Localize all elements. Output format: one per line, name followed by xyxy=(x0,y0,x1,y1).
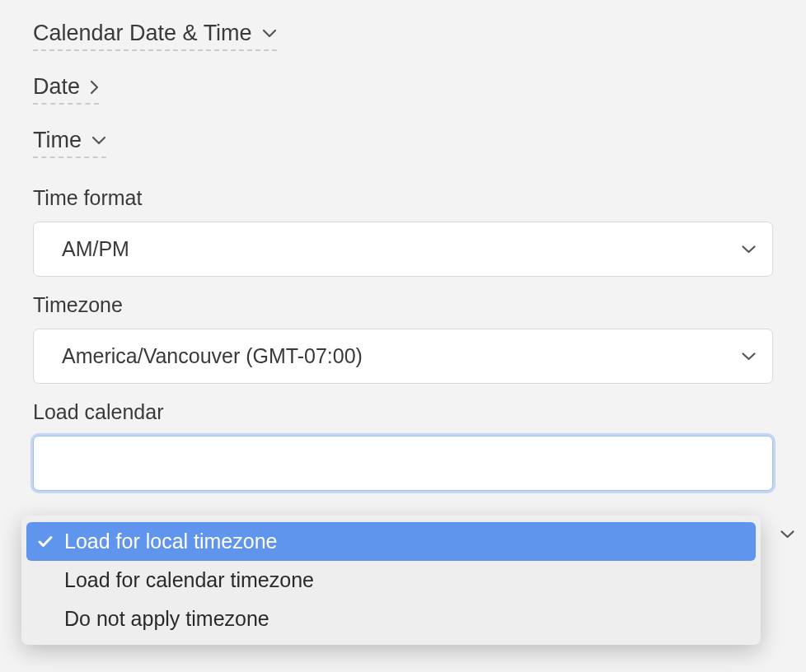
section-calendar-datetime[interactable]: Calendar Date & Time xyxy=(33,21,277,51)
time-format-label: Time format xyxy=(33,186,773,210)
time-format-field: Time format AM/PM xyxy=(33,186,773,277)
load-calendar-option-label: Load for calendar timezone xyxy=(64,568,314,592)
load-calendar-label: Load calendar xyxy=(33,400,773,424)
chevron-right-icon xyxy=(90,80,99,95)
chevron-down-icon xyxy=(262,29,277,38)
load-calendar-option-none[interactable]: Do not apply timezone xyxy=(26,600,756,638)
section-time[interactable]: Time xyxy=(33,128,106,158)
load-calendar-select[interactable] xyxy=(33,436,773,491)
section-date[interactable]: Date xyxy=(33,74,99,105)
section-time-title: Time xyxy=(33,128,82,153)
load-calendar-option-local[interactable]: Load for local timezone xyxy=(26,522,756,561)
time-format-value: AM/PM xyxy=(62,237,129,261)
timezone-field: Timezone America/Vancouver (GMT-07:00) xyxy=(33,293,773,384)
timezone-label: Timezone xyxy=(33,293,773,317)
timezone-select[interactable]: America/Vancouver (GMT-07:00) xyxy=(33,329,773,384)
load-calendar-field: Load calendar xyxy=(33,400,773,491)
chevron-down-icon xyxy=(780,530,794,539)
time-format-select[interactable]: AM/PM xyxy=(33,222,773,277)
load-calendar-option-label: Load for local timezone xyxy=(64,530,277,553)
load-calendar-option-label: Do not apply timezone xyxy=(64,607,269,631)
section-calendar-datetime-title: Calendar Date & Time xyxy=(33,21,252,46)
chevron-down-icon xyxy=(91,136,106,145)
timezone-value: America/Vancouver (GMT-07:00) xyxy=(62,344,363,368)
load-calendar-dropdown: Load for local timezone Load for calenda… xyxy=(21,516,761,645)
chevron-down-icon xyxy=(742,245,756,254)
load-calendar-option-calendar[interactable]: Load for calendar timezone xyxy=(26,561,756,600)
section-date-title: Date xyxy=(33,74,80,100)
load-calendar-value xyxy=(62,451,68,475)
check-icon xyxy=(36,535,54,548)
chevron-down-icon xyxy=(742,352,756,361)
